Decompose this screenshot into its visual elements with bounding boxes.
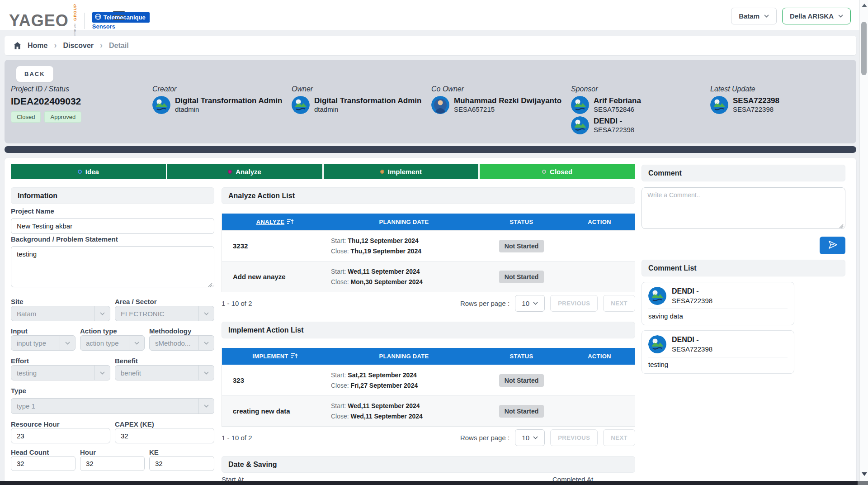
latest-update-column: Latest Update SESA722398 SESA722398 xyxy=(710,85,779,114)
next-button[interactable]: NEXT xyxy=(603,429,635,446)
back-button[interactable]: BACK xyxy=(16,66,53,82)
implement-list-header: Implement Action List xyxy=(222,322,635,338)
chevron-down-icon xyxy=(838,14,843,18)
send-icon xyxy=(827,240,838,251)
scroll-up-icon[interactable] xyxy=(862,4,867,7)
information-panel: Information Project Name New Testing akb… xyxy=(11,187,214,481)
action-type-select[interactable]: action type xyxy=(80,335,145,351)
planning-date-column: PLANNING DATE xyxy=(328,219,480,225)
background-label: Background / Problem Statement xyxy=(11,236,214,243)
rows-per-page-select[interactable]: 10 xyxy=(515,429,545,446)
tab-analyze[interactable]: Analyze xyxy=(167,164,322,179)
comment-section-header: Comment xyxy=(642,165,845,181)
status-badge: Not Started xyxy=(499,271,544,283)
send-comment-button[interactable] xyxy=(820,237,845,254)
table-row: creating new data Start: Wed,11 Septembe… xyxy=(222,395,635,426)
previous-button[interactable]: PREVIOUS xyxy=(550,295,598,312)
avatar xyxy=(710,96,728,114)
sort-icon[interactable] xyxy=(291,353,298,360)
rows-per-page-select[interactable]: 10 xyxy=(515,295,545,312)
planning-date-column: PLANNING DATE xyxy=(328,353,480,360)
chevron-down-icon xyxy=(764,14,769,18)
sponsor-column: Sponsor Arif Febriana SESA752846 DENDI -… xyxy=(571,85,641,134)
site-select[interactable]: Batam xyxy=(11,306,110,321)
avatar xyxy=(152,96,170,114)
sort-icon[interactable] xyxy=(287,219,294,226)
divider xyxy=(648,309,788,309)
project-name-field[interactable]: New Testing akbar xyxy=(11,218,214,234)
background-field[interactable]: testing xyxy=(11,246,214,287)
scroll-down-icon[interactable] xyxy=(862,472,867,476)
brand-logos: YAGEO GROUP brings you Telemecanique Sen… xyxy=(9,5,150,36)
capex-field[interactable]: 32 xyxy=(115,428,214,443)
ke-label: KE xyxy=(149,449,214,456)
area-sector-select[interactable]: ELECTRONIC xyxy=(115,306,214,321)
head-count-field[interactable]: 32 xyxy=(11,456,75,471)
collapsed-panel-bar[interactable] xyxy=(5,146,856,153)
scrollbar-thumb[interactable] xyxy=(861,22,867,75)
breadcrumb-home[interactable]: Home xyxy=(28,42,47,50)
avatar xyxy=(648,287,666,305)
site-selector-button[interactable]: Batam xyxy=(731,8,777,24)
comment-placeholder: Write a Comment.. xyxy=(647,191,700,199)
creator-column: Creator Digital Transformation Admin dta… xyxy=(152,85,282,114)
implement-table: IMPLEMENT PLANNING DATE STATUS ACTION 32… xyxy=(222,348,635,427)
table-row: Add new anayze Start: Wed,11 September 2… xyxy=(222,261,635,292)
chevron-down-icon xyxy=(533,436,538,439)
resize-handle-icon[interactable] xyxy=(839,223,844,227)
top-bar: YAGEO GROUP brings you Telemecanique Sen… xyxy=(0,0,868,30)
project-summary-card: BACK Project ID / Status IDEA202409032 C… xyxy=(5,60,856,143)
top-right-controls: Batam Della ARISKA xyxy=(731,8,851,24)
tab-implement[interactable]: Implement xyxy=(324,164,479,179)
avatar xyxy=(571,116,589,134)
rows-per-page-label: Rows per page : xyxy=(460,434,509,442)
comment-text: testing xyxy=(648,361,788,368)
divider xyxy=(648,357,788,357)
project-name-label: Project Name xyxy=(11,208,214,215)
resource-hour-field[interactable]: 23 xyxy=(11,428,110,443)
chevron-down-icon xyxy=(533,302,538,305)
brand-divider xyxy=(85,13,85,29)
ke-field[interactable]: 32 xyxy=(149,456,214,471)
benefit-select[interactable]: benefit xyxy=(115,365,214,380)
range-text: 1 - 10 of 2 xyxy=(222,434,252,442)
status-badge: Not Started xyxy=(499,374,544,387)
methodology-select[interactable]: sMethodo... xyxy=(149,335,214,351)
input-select[interactable]: input type xyxy=(11,335,75,351)
hour-field[interactable]: 32 xyxy=(80,456,145,471)
status-badge: Not Started xyxy=(499,405,544,418)
avatar xyxy=(292,96,310,114)
horizontal-scrollbar[interactable] xyxy=(0,481,858,485)
status-column: STATUS xyxy=(480,353,563,360)
breadcrumb-discover[interactable]: Discover xyxy=(63,42,94,50)
chevron-right-icon: › xyxy=(100,41,103,50)
methodology-label: Methodology xyxy=(149,328,214,335)
vertical-scrollbar[interactable] xyxy=(859,0,868,485)
globe-icon xyxy=(95,14,101,21)
action-type-label: Action type xyxy=(80,328,145,335)
tab-closed[interactable]: Closed xyxy=(480,164,635,179)
action-column: ACTION xyxy=(563,353,636,360)
analyze-pagination: 1 - 10 of 2 Rows per page : 10 PREVIOUS … xyxy=(222,295,635,312)
information-section-header: Information xyxy=(11,187,214,204)
closed-stage-dot-icon xyxy=(542,170,546,174)
implement-sort-column[interactable]: IMPLEMENT xyxy=(252,353,288,360)
chevron-down-icon xyxy=(204,342,209,345)
comment-input[interactable]: Write a Comment.. xyxy=(642,187,845,229)
user-menu-button[interactable]: Della ARISKA xyxy=(782,8,851,24)
comment-list-header: Comment List xyxy=(642,260,845,276)
status-badge-closed: Closed xyxy=(11,111,41,123)
analyze-sort-column[interactable]: ANALYZE xyxy=(256,219,284,225)
rows-per-page-label: Rows per page : xyxy=(460,300,509,307)
chevron-down-icon xyxy=(134,342,139,345)
hamburger-menu-icon[interactable] xyxy=(113,11,125,20)
previous-button[interactable]: PREVIOUS xyxy=(550,429,598,446)
effort-select[interactable]: testing xyxy=(11,365,110,380)
tab-idea[interactable]: Idea xyxy=(11,164,166,179)
resource-hour-label: Resource Hour xyxy=(11,421,110,428)
resize-handle-icon[interactable] xyxy=(208,281,212,285)
chevron-down-icon xyxy=(100,371,105,375)
hour-label: Hour xyxy=(80,449,145,456)
type-select[interactable]: type 1 xyxy=(11,398,214,414)
next-button[interactable]: NEXT xyxy=(603,295,635,312)
